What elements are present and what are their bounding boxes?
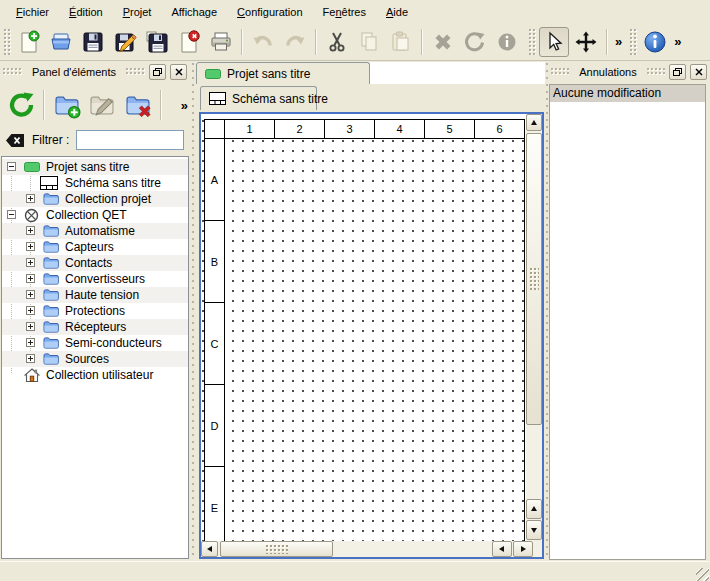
toolbar-overflow-chevron[interactable]: » [671,34,683,49]
reload-collections-button[interactable] [6,88,37,122]
tree-item-schema[interactable]: Schéma sans titre [2,175,188,191]
dock-float-button[interactable] [669,64,686,80]
paste-icon [389,30,413,54]
scroll-left-button-2[interactable] [492,541,512,557]
save-as-button[interactable] [110,27,140,57]
folder-icon [43,224,59,237]
expand-expander-icon[interactable] [26,338,35,347]
horizontal-scrollbar-thumb[interactable] [220,541,333,557]
tree-item-project[interactable]: Projet sans titre [2,159,188,175]
expand-expander-icon[interactable] [26,354,35,363]
close-icon [695,68,703,76]
undo-history-list[interactable]: Aucune modification [549,84,706,560]
rotate-icon [463,30,487,54]
tab-schema-sans-titre[interactable]: Schéma sans titre [200,86,317,110]
window-resize-grip[interactable] [696,568,709,581]
delete-button[interactable] [428,27,458,57]
expand-expander-icon[interactable] [26,290,35,299]
menu-label: F [16,6,23,18]
rotate-button[interactable] [460,27,490,57]
tree-item-semi-conducteurs[interactable]: Semi-conducteurs [2,335,188,351]
tree-item-convertisseurs[interactable]: Convertisseurs [2,271,188,287]
tree-item-collection-projet[interactable]: Collection projet [2,191,188,207]
tree-item-contacts[interactable]: Contacts [2,255,188,271]
folder-icon [43,352,59,365]
expand-expander-icon[interactable] [26,322,35,331]
diagram-view[interactable]: 1 2 3 4 5 6 A B C D E [199,112,544,559]
expand-expander-icon[interactable] [26,194,35,203]
menu-projet[interactable]: Projet [113,2,162,22]
elements-panel-titlebar[interactable]: Panel d'éléments [0,62,190,82]
vertical-scrollbar-thumb[interactable] [526,133,542,425]
diagram-canvas[interactable]: 1 2 3 4 5 6 A B C D E [201,114,526,541]
horizontal-scrollbar[interactable] [201,541,542,557]
tree-item-automatisme[interactable]: Automatisme [2,223,188,239]
save-icon [81,30,105,54]
main-toolbar: » » [0,23,710,61]
copy-button[interactable] [354,27,384,57]
save-all-button[interactable] [142,27,172,57]
cursor-arrow-icon [542,30,566,54]
tree-item-collection-qet[interactable]: Collection QET [2,207,188,223]
visualisation-mode-button[interactable] [571,27,601,57]
tree-item-collection-utilisateur[interactable]: Collection utilisateur [2,367,188,383]
toolbar-drag-handle[interactable] [630,29,637,55]
tree-item-protections[interactable]: Protections [2,303,188,319]
toolbar-overflow-chevron[interactable]: » [612,34,624,49]
collapse-expander-icon[interactable] [7,210,16,219]
menubar: Fichier Édition Projet Affichage Configu… [0,0,710,23]
scroll-down-button[interactable] [526,520,542,540]
open-document-button[interactable] [46,27,76,57]
tree-item-label: Projet sans titre [46,160,129,174]
about-button[interactable] [640,27,670,57]
filter-input[interactable] [76,130,184,150]
tab-projet-sans-titre[interactable]: Projet sans titre [196,62,370,84]
new-document-button[interactable] [14,27,44,57]
menu-fenetres[interactable]: Fenêtres [313,2,376,22]
menu-affichage[interactable]: Affichage [161,2,227,22]
undo-list-item[interactable]: Aucune modification [550,85,705,102]
menu-fichier[interactable]: Fichier [6,2,59,22]
scroll-up-button-2[interactable] [526,499,542,519]
close-document-button[interactable] [174,27,204,57]
undo-dock-titlebar[interactable]: Annulations [548,62,710,82]
dock-close-button[interactable] [690,64,707,80]
element-infos-button[interactable] [492,27,522,57]
vertical-scrollbar[interactable] [526,114,542,541]
status-bar [0,561,710,581]
new-category-button[interactable] [51,88,82,122]
dock-close-button[interactable] [170,64,187,80]
expand-expander-icon[interactable] [26,242,35,251]
folder-icon [43,288,59,301]
tree-item-sources[interactable]: Sources [2,351,188,367]
tree-item-recepteurs[interactable]: Récepteurs [2,319,188,335]
paste-button[interactable] [386,27,416,57]
scroll-right-button[interactable] [513,541,533,557]
close-document-icon [177,30,201,54]
expand-expander-icon[interactable] [26,274,35,283]
save-button[interactable] [78,27,108,57]
menu-configuration[interactable]: Configuration [227,2,312,22]
panel-overflow-chevron[interactable]: » [178,98,190,113]
print-button[interactable] [206,27,236,57]
redo-button[interactable] [280,27,310,57]
scroll-up-button[interactable] [526,114,542,131]
tree-item-haute-tension[interactable]: Haute tension [2,287,188,303]
expand-expander-icon[interactable] [26,258,35,267]
menu-edition[interactable]: Édition [59,2,113,22]
selection-mode-button[interactable] [539,27,569,57]
toolbar-drag-handle[interactable] [529,29,536,55]
cut-button[interactable] [322,27,352,57]
menu-aide[interactable]: Aide [376,2,418,22]
edit-category-button[interactable] [87,88,118,122]
expand-expander-icon[interactable] [26,226,35,235]
scroll-left-button[interactable] [201,541,218,557]
clear-filter-icon[interactable] [5,133,25,148]
undo-button[interactable] [248,27,278,57]
delete-category-button[interactable] [122,88,153,122]
tree-item-capteurs[interactable]: Capteurs [2,239,188,255]
collapse-expander-icon[interactable] [7,162,16,171]
dock-float-button[interactable] [149,64,166,80]
toolbar-drag-handle[interactable] [4,29,11,55]
expand-expander-icon[interactable] [26,306,35,315]
